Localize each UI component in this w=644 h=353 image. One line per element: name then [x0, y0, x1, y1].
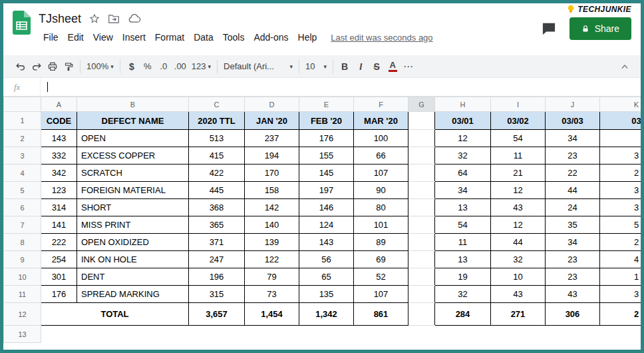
cell-K12[interactable]: 2	[600, 303, 641, 326]
column-header-F[interactable]: F	[354, 97, 408, 112]
share-button[interactable]: Share	[569, 17, 631, 40]
cell-E8[interactable]: 143	[299, 234, 354, 251]
format-currency-button[interactable]: $	[124, 58, 140, 75]
bold-button[interactable]: B	[337, 58, 353, 75]
cell-C8[interactable]: 371	[189, 234, 245, 251]
zoom-select[interactable]: 100%▾	[84, 58, 116, 75]
cell-C10[interactable]: 196	[189, 268, 245, 286]
cell-D8[interactable]: 139	[245, 234, 299, 251]
cell-C3[interactable]: 415	[189, 147, 245, 165]
cell-I2[interactable]: 54	[491, 130, 546, 147]
cell-G13[interactable]	[408, 326, 435, 343]
cell-C13[interactable]	[189, 326, 245, 343]
cell-J5[interactable]: 44	[546, 182, 600, 199]
row-header-12[interactable]: 12	[4, 303, 41, 326]
cell-H6[interactable]: 13	[435, 199, 491, 216]
menu-view[interactable]: View	[88, 30, 118, 45]
row-header-4[interactable]: 4	[4, 165, 41, 182]
cell-H5[interactable]: 34	[435, 182, 491, 199]
cell-I8[interactable]: 44	[491, 234, 546, 251]
cell-F3[interactable]: 66	[354, 147, 408, 165]
cell-C1[interactable]: 2020 TTL	[189, 112, 245, 130]
cell-G11[interactable]	[408, 286, 435, 303]
cell-J1[interactable]: 03/03	[546, 112, 600, 130]
last-edit-link[interactable]: Last edit was seconds ago	[331, 33, 432, 43]
cell-K8[interactable]: 2	[600, 234, 641, 251]
cell-G1[interactable]	[408, 112, 435, 130]
cell-D7[interactable]: 140	[245, 216, 299, 234]
cell-I4[interactable]: 21	[491, 165, 546, 182]
document-title[interactable]: TJsheet	[39, 12, 81, 26]
cell-H11[interactable]: 32	[435, 286, 491, 303]
cell-K6[interactable]: 3	[600, 199, 641, 216]
cell-H1[interactable]: 03/01	[435, 112, 491, 130]
cell-I1[interactable]: 03/02	[491, 112, 546, 130]
cell-D3[interactable]: 194	[245, 147, 299, 165]
cell-G12[interactable]	[408, 303, 435, 326]
cell-D13[interactable]	[245, 326, 299, 343]
cell-A8[interactable]: 222	[41, 234, 77, 251]
cell-E1[interactable]: FEB '20	[299, 112, 354, 130]
cell-H8[interactable]: 11	[435, 234, 491, 251]
cell-D1[interactable]: JAN '20	[245, 112, 299, 130]
column-header-B[interactable]: B	[77, 97, 189, 112]
cell-I13[interactable]	[491, 326, 546, 343]
cloud-status-icon[interactable]	[128, 13, 141, 24]
cell-K1[interactable]: 03	[600, 112, 641, 130]
menu-help[interactable]: Help	[293, 30, 322, 45]
cell-G5[interactable]	[408, 182, 435, 199]
cell-H13[interactable]	[435, 326, 491, 343]
cell-E5[interactable]: 197	[299, 182, 354, 199]
font-family-select[interactable]: Default (Ari...▾	[221, 58, 295, 75]
cell-D11[interactable]: 73	[245, 286, 299, 303]
cell-K2[interactable]	[600, 130, 641, 147]
cell-G7[interactable]	[408, 216, 435, 234]
move-to-folder-icon[interactable]	[108, 13, 120, 24]
cell-F9[interactable]: 69	[354, 251, 408, 268]
cell-G2[interactable]	[408, 130, 435, 147]
cell-F11[interactable]: 107	[354, 286, 408, 303]
cell-F2[interactable]: 100	[354, 130, 408, 147]
cell-H9[interactable]: 13	[435, 251, 491, 268]
column-header-E[interactable]: E	[299, 97, 354, 112]
column-header-H[interactable]: H	[435, 97, 491, 112]
row-header-13[interactable]: 13	[4, 326, 41, 343]
cell-J7[interactable]: 35	[546, 216, 600, 234]
cell-J10[interactable]: 23	[546, 268, 600, 286]
formula-input[interactable]	[41, 78, 641, 96]
cell-D12[interactable]: 1,454	[245, 303, 299, 326]
cell-I3[interactable]: 11	[491, 147, 546, 165]
cell-E12[interactable]: 1,342	[299, 303, 354, 326]
cell-K4[interactable]: 2	[600, 165, 641, 182]
row-header-3[interactable]: 3	[4, 147, 41, 165]
menu-format[interactable]: Format	[150, 30, 189, 45]
cell-E4[interactable]: 145	[299, 165, 354, 182]
cell-H2[interactable]: 12	[435, 130, 491, 147]
menu-add-ons[interactable]: Add-ons	[249, 30, 293, 45]
cell-E11[interactable]: 135	[299, 286, 354, 303]
row-header-6[interactable]: 6	[4, 199, 41, 216]
cell-G10[interactable]	[408, 268, 435, 286]
cell-A3[interactable]: 332	[41, 147, 77, 165]
cell-A7[interactable]: 141	[41, 216, 77, 234]
cell-B7[interactable]: MISS PRINT	[77, 216, 189, 234]
cell-J2[interactable]: 34	[546, 130, 600, 147]
cell-K3[interactable]: 3	[600, 147, 641, 165]
cell-K10[interactable]: 1	[600, 268, 641, 286]
cell-A2[interactable]: 143	[41, 130, 77, 147]
cell-B8[interactable]: OPEN OXIDIZED	[77, 234, 189, 251]
cell-C4[interactable]: 422	[189, 165, 245, 182]
column-header-K[interactable]: K	[600, 97, 641, 112]
column-header-G[interactable]: G	[408, 97, 435, 112]
cell-C9[interactable]: 247	[189, 251, 245, 268]
cell-I12[interactable]: 271	[491, 303, 546, 326]
cell-H7[interactable]: 54	[435, 216, 491, 234]
star-icon[interactable]	[89, 13, 100, 24]
cell-H10[interactable]: 19	[435, 268, 491, 286]
cell-E9[interactable]: 56	[299, 251, 354, 268]
cell-I9[interactable]: 32	[491, 251, 546, 268]
text-color-button[interactable]: A	[385, 58, 401, 75]
cell-G8[interactable]	[408, 234, 435, 251]
cell-B3[interactable]: EXCESS COPPER	[77, 147, 189, 165]
row-header-9[interactable]: 9	[4, 251, 41, 268]
